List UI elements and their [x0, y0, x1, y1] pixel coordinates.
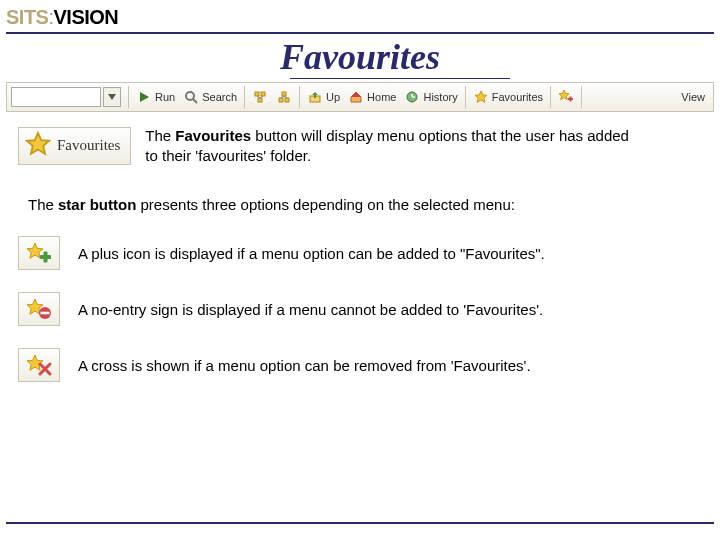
- favourites-button[interactable]: Favourites: [469, 83, 547, 111]
- search-icon: [183, 89, 199, 105]
- line2-text: The: [28, 196, 58, 213]
- desc-text: The: [145, 127, 175, 144]
- svg-rect-19: [44, 252, 48, 263]
- search-label: Search: [202, 91, 237, 103]
- history-button[interactable]: History: [400, 83, 461, 111]
- run-button[interactable]: Run: [132, 83, 179, 111]
- desc-bold: Favourites: [175, 127, 251, 144]
- option-text: A no-entry sign is displayed if a menu c…: [78, 301, 543, 318]
- favourites-label: Favourites: [492, 91, 543, 103]
- separator: [299, 86, 300, 108]
- history-icon: [404, 89, 420, 105]
- svg-rect-7: [282, 92, 286, 96]
- home-label: Home: [367, 91, 396, 103]
- logo-vision: VISION: [54, 6, 119, 28]
- separator: [465, 86, 466, 108]
- option-text: A cross is shown if a menu option can be…: [78, 357, 531, 374]
- title-underline: [290, 78, 510, 79]
- separator: [581, 86, 582, 108]
- separator: [550, 86, 551, 108]
- view-label: View: [681, 91, 705, 103]
- separator: [244, 86, 245, 108]
- run-label: Run: [155, 91, 175, 103]
- favourites-big-label: Favourites: [57, 137, 120, 154]
- favourites-big-button[interactable]: Favourites: [18, 127, 131, 165]
- play-icon: [136, 89, 152, 105]
- line2-text: presents three options depending on the …: [136, 196, 515, 213]
- home-button[interactable]: Home: [344, 83, 400, 111]
- svg-rect-2: [255, 92, 259, 96]
- favourites-feature-row: Favourites The Favourites button will di…: [18, 126, 645, 165]
- option-row-noentry: A no-entry sign is displayed if a menu c…: [18, 292, 700, 326]
- star-plus-icon: [558, 89, 574, 105]
- line2-bold: star button: [58, 196, 136, 213]
- tree-collapse-icon: [252, 89, 268, 105]
- separator: [128, 86, 129, 108]
- star-icon: [25, 131, 51, 161]
- svg-rect-8: [279, 98, 283, 102]
- option-text: A plus icon is displayed if a menu optio…: [78, 245, 545, 262]
- up-button[interactable]: Up: [303, 83, 344, 111]
- home-icon: [348, 89, 364, 105]
- svg-rect-21: [41, 312, 50, 315]
- option-row-add: A plus icon is displayed if a menu optio…: [18, 236, 700, 270]
- favourites-description: The Favourites button will display menu …: [145, 126, 645, 165]
- star-noentry-icon: [25, 297, 53, 321]
- tree-collapse-button[interactable]: [248, 83, 272, 111]
- svg-line-1: [193, 99, 197, 103]
- star-button-description: The star button presents three options d…: [28, 196, 700, 213]
- svg-rect-3: [261, 92, 265, 96]
- bottom-divider: [6, 522, 714, 524]
- tree-expand-icon: [276, 89, 292, 105]
- top-divider: [6, 32, 714, 34]
- search-button[interactable]: Search: [179, 83, 241, 111]
- command-input[interactable]: [11, 87, 101, 107]
- logo-sits: SITS: [6, 6, 48, 28]
- svg-point-0: [186, 92, 194, 100]
- command-dropdown[interactable]: [103, 87, 121, 107]
- star-remove-button[interactable]: [18, 348, 60, 382]
- view-button[interactable]: View: [677, 83, 713, 111]
- star-cross-icon: [25, 353, 53, 377]
- star-noentry-button[interactable]: [18, 292, 60, 326]
- up-icon: [307, 89, 323, 105]
- option-row-remove: A cross is shown if a menu option can be…: [18, 348, 700, 382]
- star-plus-icon: [25, 241, 53, 265]
- logo: SITS:VISION: [6, 6, 118, 29]
- tree-expand-button[interactable]: [272, 83, 296, 111]
- toolbar: Run Search Up Home History: [6, 82, 714, 112]
- star-action-button[interactable]: [554, 83, 578, 111]
- svg-rect-4: [258, 98, 262, 102]
- svg-rect-9: [285, 98, 289, 102]
- history-label: History: [423, 91, 457, 103]
- star-icon: [473, 89, 489, 105]
- up-label: Up: [326, 91, 340, 103]
- page-title: Favourites: [0, 36, 720, 78]
- star-plus-button[interactable]: [18, 236, 60, 270]
- svg-rect-17: [570, 97, 572, 102]
